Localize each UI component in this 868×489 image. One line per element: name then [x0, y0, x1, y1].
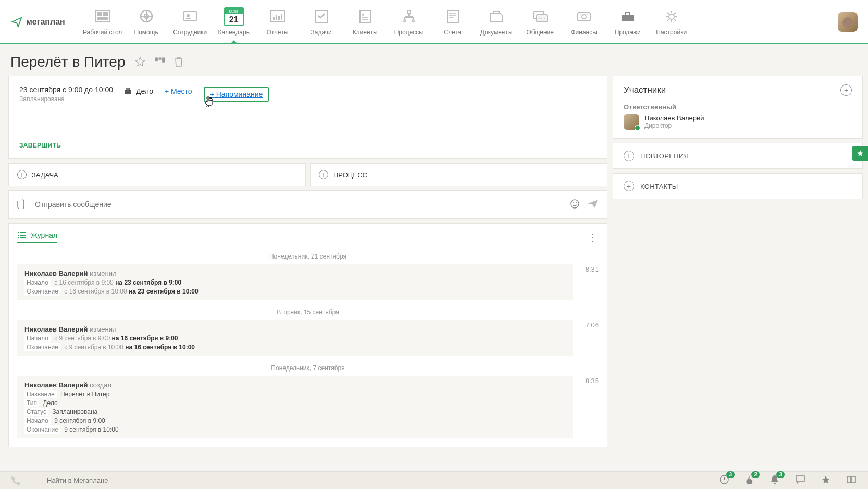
log-time: 8:35 [580, 376, 599, 438]
svg-point-28 [580, 14, 581, 15]
complete-button[interactable]: ЗАВЕРШИТЬ [19, 142, 597, 149]
nav-item-10[interactable]: Общение [518, 8, 562, 36]
plus-icon: + [17, 170, 27, 179]
log-date: Понедельник, 21 сентября [17, 253, 599, 260]
nav-label: Финансы [571, 29, 597, 36]
top-navigation: мегаплан Рабочий столПомощьСотрудникисен… [0, 0, 868, 44]
fire-icon[interactable]: 2 [745, 474, 754, 486]
brand-logo[interactable]: мегаплан [10, 16, 65, 28]
nav-icon [532, 9, 549, 24]
nav-item-12[interactable]: Продажи [606, 8, 650, 36]
nav-item-0[interactable]: Рабочий стол [81, 8, 125, 36]
contacts-row[interactable]: + КОНТАКТЫ [613, 173, 863, 199]
nav-label: Клиенты [353, 29, 378, 36]
add-reminder-link[interactable]: + Напоминание [204, 87, 269, 102]
repeats-row[interactable]: + ПОВТОРЕНИЯ [613, 143, 863, 169]
add-task-button[interactable]: + ЗАДАЧА [8, 163, 306, 186]
svg-rect-26 [578, 13, 590, 21]
log-row: Николаев Валерий изменилНачало с 9 сентя… [17, 320, 599, 356]
edge-star-tab[interactable] [852, 146, 868, 161]
nav-item-5[interactable]: Задачи [300, 8, 343, 36]
svg-rect-3 [97, 17, 108, 20]
log-block: Николаев Валерий создалНазвание Перелёт … [17, 376, 573, 438]
log-date: Понедельник, 7 сентября [17, 364, 599, 372]
nav-item-9[interactable]: Документы [475, 8, 518, 36]
svg-rect-9 [273, 17, 275, 20]
nav-label: Документы [480, 29, 513, 36]
nav-item-1[interactable]: Помощь [125, 8, 168, 36]
nav-icon [313, 9, 330, 24]
responsible-label: Ответственный [624, 103, 852, 111]
add-place-link[interactable]: + Место [165, 87, 192, 95]
svg-point-30 [669, 14, 674, 19]
svg-point-27 [582, 15, 586, 19]
nav-label: Задачи [311, 29, 332, 36]
nav-item-4[interactable]: Отчёты [256, 8, 300, 36]
svg-rect-19 [447, 11, 458, 22]
nav-item-2[interactable]: Сотрудники [168, 8, 212, 36]
message-input[interactable] [34, 197, 562, 212]
nav-icon [94, 9, 111, 24]
trash-icon[interactable] [175, 56, 183, 68]
svg-rect-11 [278, 16, 280, 20]
nav-label: Счета [444, 29, 461, 36]
log-time: 7:06 [580, 320, 599, 356]
svg-rect-6 [184, 11, 196, 21]
user-avatar[interactable] [838, 12, 858, 32]
nav-icon [357, 9, 374, 24]
svg-point-23 [539, 18, 540, 19]
svg-point-15 [362, 14, 364, 16]
board-icon[interactable] [155, 57, 165, 68]
list-icon [17, 231, 27, 239]
nav-icon [182, 9, 199, 24]
add-participant-button[interactable]: + [840, 84, 852, 96]
journal-menu-icon[interactable]: ⋮ [588, 231, 599, 243]
message-composer [8, 190, 607, 219]
add-process-button[interactable]: + ПРОЦЕСС [310, 163, 607, 186]
book-icon[interactable] [846, 475, 857, 485]
event-card: 23 сентября с 9:00 до 10:00 Запланирован… [8, 76, 607, 159]
nav-item-11[interactable]: Финансы [562, 8, 606, 36]
participants-card: Участники + Ответственный Николаев Валер… [613, 76, 863, 139]
nav-icon [138, 9, 155, 24]
bottom-bar: 3 2 3 [0, 471, 868, 489]
nav-item-8[interactable]: Счета [431, 8, 475, 36]
nav-item-6[interactable]: Клиенты [343, 8, 387, 36]
participant-position: Директор [644, 122, 704, 129]
bell-icon[interactable]: 3 [770, 474, 779, 486]
svg-rect-31 [155, 57, 157, 61]
svg-point-37 [573, 202, 574, 203]
participant-row[interactable]: Николаев Валерий Директор [624, 114, 852, 130]
svg-rect-12 [281, 14, 282, 20]
main-content: 23 сентября с 9:00 до 10:00 Запланирован… [0, 76, 868, 471]
nav-item-13[interactable]: Настройки [650, 8, 693, 36]
bottom-search [31, 476, 708, 484]
nav-label: Сотрудники [173, 29, 207, 36]
svg-point-18 [412, 20, 414, 22]
participant-avatar [624, 114, 639, 130]
journal-tab[interactable]: Журнал [17, 231, 57, 243]
nav-icon [444, 9, 461, 24]
log-block: Николаев Валерий изменилНачало с 9 сентя… [17, 320, 573, 356]
emoji-icon[interactable] [569, 199, 580, 211]
chat-icon[interactable] [795, 475, 805, 486]
nav-icon [576, 9, 592, 24]
svg-rect-1 [97, 12, 102, 16]
plus-icon: + [319, 170, 328, 179]
star-icon[interactable] [821, 475, 830, 486]
alert-icon[interactable]: 3 [719, 474, 729, 486]
nav-label: Рабочий стол [83, 29, 122, 36]
event-type: Дело [125, 87, 153, 95]
attachment-icon[interactable] [17, 199, 27, 211]
send-icon[interactable] [587, 199, 599, 211]
svg-rect-2 [103, 12, 108, 16]
star-icon[interactable] [135, 56, 145, 68]
nav-item-3[interactable]: сент21Календарь [212, 8, 256, 36]
phone-icon[interactable] [0, 476, 31, 485]
bottom-search-input[interactable] [47, 476, 203, 484]
nav-item-7[interactable]: Процессы [387, 8, 431, 36]
svg-rect-8 [271, 11, 284, 21]
svg-rect-20 [493, 11, 500, 14]
nav-label: Отчёты [267, 29, 289, 36]
right-column: Участники + Ответственный Николаев Валер… [613, 76, 863, 471]
